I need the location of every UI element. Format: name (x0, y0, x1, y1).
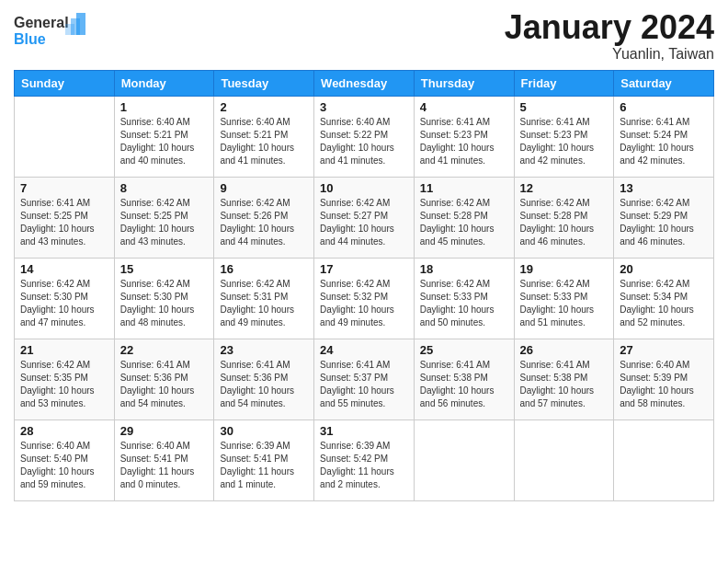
day-number: 21 (20, 343, 108, 357)
calendar-cell: 4Sunrise: 6:41 AM Sunset: 5:23 PM Daylig… (414, 96, 514, 177)
day-info: Sunrise: 6:40 AM Sunset: 5:40 PM Dayligh… (20, 440, 108, 491)
calendar-cell (15, 96, 115, 177)
day-number: 15 (120, 262, 209, 276)
calendar-cell: 24Sunrise: 6:41 AM Sunset: 5:37 PM Dayli… (314, 339, 415, 419)
calendar-cell: 16Sunrise: 6:42 AM Sunset: 5:31 PM Dayli… (214, 258, 314, 339)
calendar-cell: 9Sunrise: 6:42 AM Sunset: 5:26 PM Daylig… (214, 177, 314, 258)
calendar-week-row: 1Sunrise: 6:40 AM Sunset: 5:21 PM Daylig… (15, 96, 714, 177)
day-number: 3 (320, 100, 408, 114)
calendar-cell: 13Sunrise: 6:42 AM Sunset: 5:29 PM Dayli… (614, 177, 714, 258)
day-of-week-header: Monday (114, 70, 214, 96)
calendar-week-row: 28Sunrise: 6:40 AM Sunset: 5:40 PM Dayli… (15, 419, 714, 500)
calendar-week-row: 14Sunrise: 6:42 AM Sunset: 5:30 PM Dayli… (15, 258, 714, 339)
day-number: 30 (220, 424, 308, 438)
calendar-title: January 2024 (505, 9, 714, 46)
day-number: 11 (420, 181, 508, 195)
calendar-cell: 19Sunrise: 6:42 AM Sunset: 5:33 PM Dayli… (514, 258, 614, 339)
day-info: Sunrise: 6:42 AM Sunset: 5:30 PM Dayligh… (20, 278, 108, 329)
day-number: 1 (120, 100, 209, 114)
calendar-cell: 8Sunrise: 6:42 AM Sunset: 5:25 PM Daylig… (114, 177, 214, 258)
day-info: Sunrise: 6:40 AM Sunset: 5:41 PM Dayligh… (120, 440, 209, 491)
calendar-cell: 15Sunrise: 6:42 AM Sunset: 5:30 PM Dayli… (114, 258, 214, 339)
day-info: Sunrise: 6:41 AM Sunset: 5:37 PM Dayligh… (320, 359, 408, 410)
calendar-cell: 3Sunrise: 6:40 AM Sunset: 5:22 PM Daylig… (314, 96, 415, 177)
day-of-week-header: Sunday (15, 70, 115, 96)
day-info: Sunrise: 6:41 AM Sunset: 5:23 PM Dayligh… (520, 116, 609, 167)
day-number: 12 (520, 181, 609, 195)
day-info: Sunrise: 6:41 AM Sunset: 5:36 PM Dayligh… (120, 359, 209, 410)
calendar-week-row: 21Sunrise: 6:42 AM Sunset: 5:35 PM Dayli… (15, 339, 714, 419)
calendar-cell: 17Sunrise: 6:42 AM Sunset: 5:32 PM Dayli… (314, 258, 415, 339)
day-info: Sunrise: 6:42 AM Sunset: 5:33 PM Dayligh… (520, 278, 609, 329)
day-info: Sunrise: 6:41 AM Sunset: 5:38 PM Dayligh… (420, 359, 508, 410)
day-info: Sunrise: 6:40 AM Sunset: 5:22 PM Dayligh… (320, 116, 408, 167)
day-info: Sunrise: 6:42 AM Sunset: 5:30 PM Dayligh… (120, 278, 209, 329)
day-number: 23 (220, 343, 308, 357)
calendar-cell: 2Sunrise: 6:40 AM Sunset: 5:21 PM Daylig… (214, 96, 314, 177)
day-number: 4 (420, 100, 508, 114)
calendar-cell: 14Sunrise: 6:42 AM Sunset: 5:30 PM Dayli… (15, 258, 115, 339)
calendar-cell: 21Sunrise: 6:42 AM Sunset: 5:35 PM Dayli… (15, 339, 115, 419)
calendar-cell: 29Sunrise: 6:40 AM Sunset: 5:41 PM Dayli… (114, 419, 214, 500)
calendar-cell: 7Sunrise: 6:41 AM Sunset: 5:25 PM Daylig… (15, 177, 115, 258)
day-info: Sunrise: 6:41 AM Sunset: 5:38 PM Dayligh… (520, 359, 609, 410)
page: General Blue January 2024 Yuanlin, Taiwa… (0, 0, 728, 515)
day-info: Sunrise: 6:41 AM Sunset: 5:25 PM Dayligh… (20, 197, 108, 248)
day-info: Sunrise: 6:42 AM Sunset: 5:31 PM Dayligh… (220, 278, 308, 329)
day-of-week-header: Saturday (614, 70, 714, 96)
day-info: Sunrise: 6:42 AM Sunset: 5:32 PM Dayligh… (320, 278, 408, 329)
calendar-cell: 6Sunrise: 6:41 AM Sunset: 5:24 PM Daylig… (614, 96, 714, 177)
logo-area: General Blue (14, 9, 87, 52)
day-number: 22 (120, 343, 209, 357)
day-number: 5 (520, 100, 609, 114)
day-info: Sunrise: 6:42 AM Sunset: 5:34 PM Dayligh… (620, 278, 708, 329)
day-info: Sunrise: 6:42 AM Sunset: 5:26 PM Dayligh… (220, 197, 308, 248)
header: General Blue January 2024 Yuanlin, Taiwa… (14, 9, 714, 63)
svg-marker-4 (65, 24, 74, 35)
calendar-cell: 30Sunrise: 6:39 AM Sunset: 5:41 PM Dayli… (214, 419, 314, 500)
day-info: Sunrise: 6:42 AM Sunset: 5:35 PM Dayligh… (20, 359, 108, 410)
day-info: Sunrise: 6:42 AM Sunset: 5:27 PM Dayligh… (320, 197, 408, 248)
calendar-cell: 5Sunrise: 6:41 AM Sunset: 5:23 PM Daylig… (514, 96, 614, 177)
calendar-cell: 11Sunrise: 6:42 AM Sunset: 5:28 PM Dayli… (414, 177, 514, 258)
calendar-cell: 22Sunrise: 6:41 AM Sunset: 5:36 PM Dayli… (114, 339, 214, 419)
calendar-cell: 31Sunrise: 6:39 AM Sunset: 5:42 PM Dayli… (314, 419, 415, 500)
day-number: 28 (20, 424, 108, 438)
day-info: Sunrise: 6:40 AM Sunset: 5:21 PM Dayligh… (120, 116, 209, 167)
day-number: 6 (620, 100, 708, 114)
day-number: 16 (220, 262, 308, 276)
day-info: Sunrise: 6:40 AM Sunset: 5:39 PM Dayligh… (620, 359, 708, 410)
day-number: 10 (320, 181, 408, 195)
day-number: 2 (220, 100, 308, 114)
day-info: Sunrise: 6:41 AM Sunset: 5:36 PM Dayligh… (220, 359, 308, 410)
day-number: 14 (20, 262, 108, 276)
title-area: January 2024 Yuanlin, Taiwan (505, 9, 714, 63)
calendar-subtitle: Yuanlin, Taiwan (505, 46, 714, 63)
day-number: 13 (620, 181, 708, 195)
day-number: 17 (320, 262, 408, 276)
day-info: Sunrise: 6:42 AM Sunset: 5:29 PM Dayligh… (620, 197, 708, 248)
calendar-cell: 18Sunrise: 6:42 AM Sunset: 5:33 PM Dayli… (414, 258, 514, 339)
day-info: Sunrise: 6:42 AM Sunset: 5:33 PM Dayligh… (420, 278, 508, 329)
svg-text:General: General (14, 15, 69, 30)
calendar-week-row: 7Sunrise: 6:41 AM Sunset: 5:25 PM Daylig… (15, 177, 714, 258)
calendar-table: SundayMondayTuesdayWednesdayThursdayFrid… (14, 70, 714, 501)
day-info: Sunrise: 6:40 AM Sunset: 5:21 PM Dayligh… (220, 116, 308, 167)
day-of-week-header: Thursday (414, 70, 514, 96)
logo: General Blue (14, 9, 87, 52)
svg-text:Blue: Blue (14, 31, 46, 47)
header-row: SundayMondayTuesdayWednesdayThursdayFrid… (15, 70, 714, 96)
calendar-cell: 12Sunrise: 6:42 AM Sunset: 5:28 PM Dayli… (514, 177, 614, 258)
calendar-cell: 20Sunrise: 6:42 AM Sunset: 5:34 PM Dayli… (614, 258, 714, 339)
day-number: 20 (620, 262, 708, 276)
day-info: Sunrise: 6:39 AM Sunset: 5:41 PM Dayligh… (220, 440, 308, 491)
calendar-cell: 1Sunrise: 6:40 AM Sunset: 5:21 PM Daylig… (114, 96, 214, 177)
calendar-cell: 28Sunrise: 6:40 AM Sunset: 5:40 PM Dayli… (15, 419, 115, 500)
day-info: Sunrise: 6:42 AM Sunset: 5:28 PM Dayligh… (520, 197, 609, 248)
calendar-cell: 23Sunrise: 6:41 AM Sunset: 5:36 PM Dayli… (214, 339, 314, 419)
day-of-week-header: Friday (514, 70, 614, 96)
day-info: Sunrise: 6:39 AM Sunset: 5:42 PM Dayligh… (320, 440, 408, 491)
calendar-cell (414, 419, 514, 500)
day-number: 19 (520, 262, 609, 276)
day-info: Sunrise: 6:41 AM Sunset: 5:24 PM Dayligh… (620, 116, 708, 167)
